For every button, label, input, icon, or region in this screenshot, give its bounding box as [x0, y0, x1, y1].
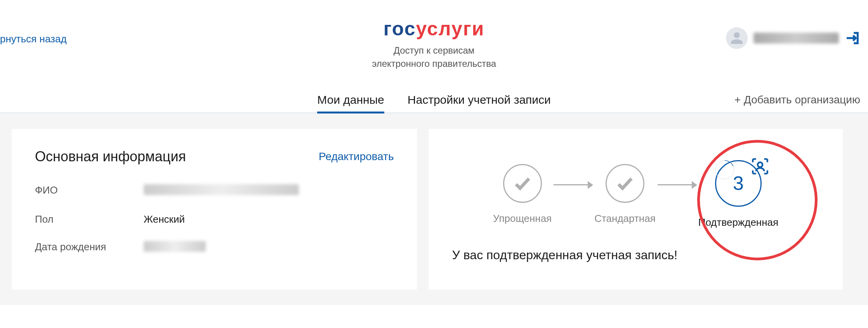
main-info-title: Основная информация	[35, 148, 186, 165]
fio-value	[144, 184, 299, 198]
step-label-standard: Стандартная	[594, 213, 656, 225]
avatar-icon	[729, 30, 745, 46]
step-circle-2	[606, 164, 644, 203]
person-scan-icon	[750, 157, 764, 171]
step-circle-3: 3	[715, 160, 762, 207]
tabs: Мои данные Настройки учетной записи + До…	[0, 80, 868, 113]
edit-link[interactable]: Редактировать	[319, 150, 394, 163]
tab-my-data[interactable]: Мои данные	[306, 87, 396, 112]
logo[interactable]: госуслуги	[384, 17, 485, 40]
step-label-simplified: Упрощенная	[493, 213, 552, 225]
status-steps: Упрощенная Стандартная 3 Подтвержденная	[452, 160, 819, 229]
status-message: У вас подтвержденная учетная запись!	[452, 248, 819, 262]
header: рнуться назад госуслуги Доступ к сервиса…	[0, 0, 868, 80]
step-confirmed: 3 Подтвержденная	[698, 160, 778, 229]
step-standard: Стандартная	[594, 164, 656, 225]
step-simplified: Упрощенная	[493, 164, 552, 225]
svg-point-1	[758, 162, 763, 167]
progress-arc-icon	[715, 160, 734, 180]
step-arrow-1	[554, 184, 592, 185]
tab-account-settings[interactable]: Настройки учетной записи	[396, 87, 562, 112]
content: Основная информация Редактировать ФИО По…	[0, 113, 868, 305]
info-row-gender: Пол Женский	[35, 213, 394, 225]
gender-value: Женский	[144, 213, 185, 225]
step-circle-1	[503, 164, 542, 203]
logo-part-uslugi: услуги	[416, 18, 485, 40]
info-row-birthdate: Дата рождения	[35, 241, 394, 255]
birthdate-label: Дата рождения	[35, 241, 144, 255]
step-label-confirmed: Подтвержденная	[698, 216, 778, 229]
add-organization-link[interactable]: + Добавить организацию	[734, 94, 860, 106]
birthdate-value	[144, 241, 206, 255]
card-header: Основная информация Редактировать	[35, 148, 394, 165]
tagline-line-2: электронного правительства	[0, 57, 868, 70]
main-info-card: Основная информация Редактировать ФИО По…	[12, 129, 417, 290]
avatar[interactable]	[726, 27, 748, 49]
logout-icon[interactable]	[845, 30, 860, 46]
step-arrow-2	[658, 184, 696, 185]
info-row-fio: ФИО	[35, 184, 394, 198]
check-icon	[615, 174, 635, 193]
account-status-card: Упрощенная Стандартная 3 Подтвержденная	[429, 129, 842, 290]
username[interactable]	[753, 33, 839, 44]
back-link[interactable]: рнуться назад	[0, 33, 67, 45]
fio-label: ФИО	[35, 184, 144, 198]
check-icon	[513, 174, 532, 193]
step-number-3: 3	[733, 172, 744, 195]
logo-part-gos: гос	[384, 18, 416, 40]
profile-area	[726, 27, 860, 49]
gender-label: Пол	[35, 213, 144, 225]
